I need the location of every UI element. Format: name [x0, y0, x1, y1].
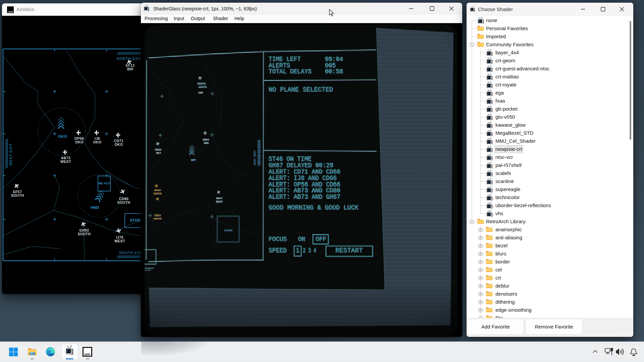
svg-text:SOUTH: SOUTH	[199, 86, 207, 88]
svg-text:GOOD MORNING & GOOD LUCK: GOOD MORNING & GOOD LUCK	[269, 204, 359, 212]
svg-text:HND: HND	[91, 205, 99, 209]
svg-text:TOTAL DELAYS: TOTAL DELAYS	[269, 68, 312, 75]
svg-text:NORTH: NORTH	[198, 82, 206, 85]
svg-text:00:58: 00:58	[325, 68, 343, 75]
svg-text:NO PLANE SELECTED: NO PLANE SELECTED	[269, 86, 333, 94]
svg-text:ALERT: AB73 AND GH67: ALERT: AB73 AND GH67	[269, 193, 340, 201]
svg-text:SOUTH EXIT: SOUTH EXIT	[119, 251, 144, 255]
svg-text:ON: ON	[298, 235, 305, 243]
svg-text:WEST: WEST	[60, 160, 71, 164]
svg-text:1: 1	[296, 247, 300, 254]
svg-text:SOUTH: SOUTH	[11, 193, 24, 197]
svg-text:SOUTH: SOUTH	[154, 218, 162, 220]
svg-text:WEST EXIT: WEST EXIT	[9, 143, 13, 166]
svg-text:RESTART: RESTART	[335, 247, 363, 254]
svg-text:OFF: OFF	[316, 235, 326, 243]
svg-text:WEST: WEST	[114, 239, 125, 243]
svg-text:NET: NET	[156, 152, 161, 155]
svg-text:IBR: IBR	[127, 67, 133, 71]
svg-text:NORTH EXIT: NORTH EXIT	[117, 57, 142, 61]
svg-text:OKO: OKO	[58, 134, 67, 138]
svg-text:OKO: OKO	[204, 142, 209, 144]
svg-text:AB66: AB66	[203, 138, 209, 141]
svg-text:FOCUS: FOCUS	[269, 235, 287, 243]
svg-text:SOUTH: SOUTH	[117, 200, 130, 204]
svg-text:CD84: CD84	[154, 214, 161, 217]
svg-text:IBR: IBR	[198, 92, 203, 94]
svg-text:GH98: GH98	[154, 189, 161, 192]
svg-text:NRT: NRT	[191, 159, 196, 162]
svg-text:EAST EXIT: EAST EXIT	[254, 150, 256, 165]
svg-text:STORM: STORM	[224, 229, 233, 232]
svg-text:GH67: GH67	[216, 197, 223, 200]
svg-text:NO FLY: NO FLY	[99, 182, 110, 185]
svg-text:OKO: OKO	[114, 142, 123, 146]
svg-text:SPEED: SPEED	[269, 247, 287, 254]
svg-text:EAST: EAST	[216, 200, 223, 203]
svg-text:SOUTH: SOUTH	[154, 192, 162, 195]
svg-text:OKO: OKO	[75, 140, 83, 144]
svg-text:2 3 4: 2 3 4	[303, 247, 316, 254]
svg-text:SOUTH: SOUTH	[78, 232, 91, 236]
svg-text:OKO: OKO	[93, 140, 101, 144]
svg-text:raylib: raylib	[84, 353, 90, 356]
svg-text:CD66: CD66	[155, 148, 162, 151]
